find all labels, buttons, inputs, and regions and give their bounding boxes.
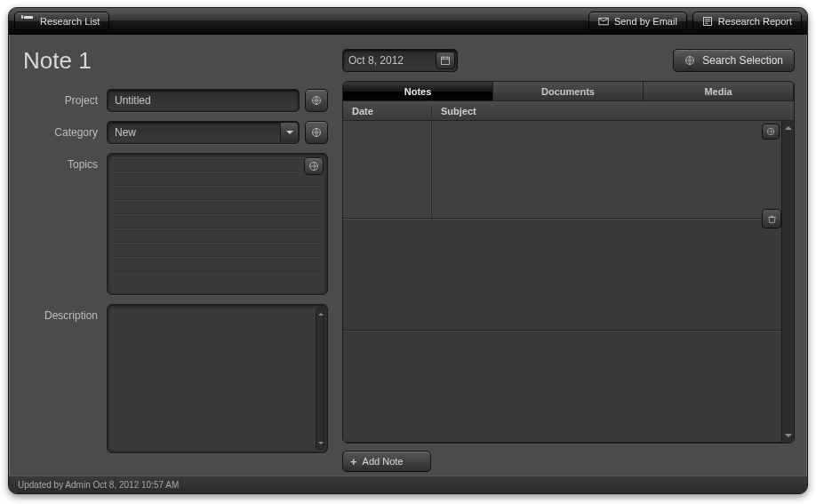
tabs: Notes Documents Media	[343, 82, 794, 101]
page-title: Note 1	[23, 47, 328, 75]
description-textarea[interactable]	[107, 304, 328, 453]
add-note-label: Add Note	[363, 456, 404, 467]
calendar-button[interactable]	[436, 52, 455, 69]
trash-icon	[767, 214, 777, 224]
row-delete-button[interactable]	[762, 209, 781, 228]
left-panel: Note 1 Project Untitled Category New	[21, 45, 328, 472]
toolbar: Research List Send by Email Research Rep…	[9, 8, 807, 35]
chevron-down-icon	[280, 123, 298, 142]
category-select[interactable]: New	[107, 121, 300, 144]
category-value: New	[115, 126, 136, 139]
calendar-icon	[440, 55, 451, 66]
column-subject[interactable]: Subject	[432, 106, 794, 116]
mail-icon	[598, 16, 609, 27]
research-report-button[interactable]: Research Report	[692, 12, 802, 31]
topics-listbox[interactable]	[107, 153, 328, 295]
date-field[interactable]: Oct 8, 2012	[342, 49, 458, 72]
globe-icon	[311, 127, 322, 138]
tabs-panel: Notes Documents Media Date Subject	[342, 81, 795, 444]
date-value: Oct 8, 2012	[348, 54, 404, 67]
project-label: Project	[21, 89, 107, 107]
scrollbar[interactable]	[316, 308, 324, 450]
globe-icon	[311, 95, 322, 106]
add-note-button[interactable]: + Add Note	[342, 451, 431, 472]
search-selection-label: Search Selection	[702, 54, 783, 67]
scrollbar[interactable]	[781, 121, 794, 443]
description-label: Description	[21, 304, 107, 322]
body: Note 1 Project Untitled Category New	[9, 35, 807, 476]
category-label: Category	[21, 121, 107, 139]
status-bar: Updated by Admin Oct 8, 2012 10:57 AM	[9, 476, 807, 493]
table-row[interactable]	[343, 121, 781, 219]
table-row[interactable]	[343, 219, 781, 331]
grid-area	[343, 121, 794, 443]
research-list-button[interactable]: Research List	[14, 12, 109, 31]
search-selection-button[interactable]: Search Selection	[673, 49, 795, 72]
globe-icon	[684, 55, 695, 66]
category-go-button[interactable]	[305, 121, 328, 144]
topics-go-button[interactable]	[304, 157, 324, 175]
plus-icon: +	[350, 456, 357, 468]
tab-notes[interactable]: Notes	[343, 82, 493, 101]
right-panel: Oct 8, 2012 Search Selection Notes Docum…	[342, 45, 795, 472]
row-link-button[interactable]	[762, 124, 780, 140]
report-icon	[702, 16, 713, 27]
research-list-label: Research List	[40, 16, 100, 27]
send-by-email-button[interactable]: Send by Email	[588, 12, 687, 31]
project-value: Untitled	[115, 94, 151, 107]
window: Research List Send by Email Research Rep…	[8, 7, 808, 494]
list-icon	[24, 16, 35, 27]
research-report-label: Research Report	[718, 16, 792, 27]
table-row[interactable]	[343, 331, 781, 443]
topics-label: Topics	[21, 153, 107, 171]
column-date[interactable]: Date	[343, 106, 432, 116]
globe-icon	[308, 161, 319, 172]
tab-documents[interactable]: Documents	[493, 82, 644, 101]
column-headers: Date Subject	[343, 101, 794, 121]
svg-rect-4	[442, 57, 450, 64]
globe-icon	[766, 127, 775, 136]
send-by-email-label: Send by Email	[614, 16, 677, 27]
project-input[interactable]: Untitled	[107, 89, 300, 112]
tab-media[interactable]: Media	[644, 82, 794, 101]
status-text: Updated by Admin Oct 8, 2012 10:57 AM	[18, 480, 179, 490]
project-go-button[interactable]	[305, 89, 328, 112]
